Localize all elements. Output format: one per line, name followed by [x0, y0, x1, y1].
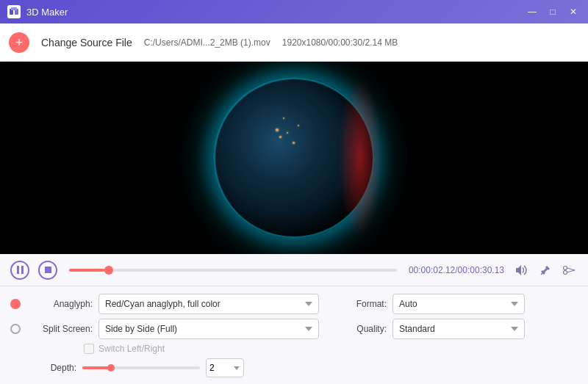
controls-bar: 00:00:02.12/00:00:30.13 [0, 254, 588, 286]
app-title: 3D Maker [26, 7, 68, 18]
pause-button[interactable] [10, 261, 29, 280]
svg-rect-5 [45, 267, 51, 273]
app-icon [7, 5, 21, 18]
svg-rect-3 [17, 266, 19, 274]
title-bar: 3D Maker — □ ✕ [0, 0, 588, 23]
svg-line-10 [567, 270, 576, 272]
format-col: Format: Auto MP4 AVI MOV [343, 294, 578, 314]
switch-checkbox[interactable] [84, 344, 94, 354]
quality-label: Quality: [343, 324, 387, 334]
volume-button[interactable] [513, 263, 529, 278]
scissors-button[interactable] [562, 263, 578, 278]
anaglyph-col: Anaglyph: Red/Cyan anaglyph, full color … [10, 294, 337, 314]
window-controls: — □ ✕ [525, 4, 581, 19]
pin-button[interactable] [538, 263, 553, 278]
anaglyph-radio[interactable] [10, 299, 21, 309]
quality-select[interactable]: Standard High Ultra [392, 319, 525, 339]
stop-button[interactable] [38, 261, 57, 280]
depth-track[interactable] [82, 366, 200, 369]
progress-fill [69, 269, 109, 272]
splitscreen-col: Split Screen: Side by Side (Full) Side b… [10, 319, 337, 339]
anaglyph-row: Anaglyph: Red/Cyan anaglyph, full color … [10, 294, 578, 314]
file-path: C:/Users/ADMI...2_2MB (1).mov [144, 37, 270, 48]
depth-select[interactable]: 2 1 3 4 5 [206, 358, 244, 377]
minimize-button[interactable]: — [525, 4, 539, 19]
splitscreen-select[interactable]: Side by Side (Full) Side by Side (Half) … [98, 319, 319, 339]
earth-red-glow [338, 77, 382, 239]
toolbar: + Change Source File C:/Users/ADMI...2_2… [0, 23, 588, 62]
anaglyph-label: Anaglyph: [26, 299, 93, 309]
splitscreen-label: Split Screen: [26, 324, 93, 334]
svg-line-9 [567, 268, 576, 270]
progress-thumb[interactable] [104, 266, 113, 275]
format-label: Format: [343, 299, 387, 309]
file-info: 1920x1080/00:00:30/2.14 MB [282, 37, 398, 48]
svg-rect-2 [11, 7, 17, 10]
title-bar-left: 3D Maker [7, 5, 68, 18]
settings-panel: Anaglyph: Red/Cyan anaglyph, full color … [0, 286, 588, 384]
depth-label: Depth: [10, 363, 76, 373]
svg-point-8 [564, 270, 567, 274]
switch-row: Switch Left/Right [10, 344, 578, 354]
maximize-button[interactable]: □ [545, 4, 560, 19]
change-source-label: Change Source File [41, 37, 132, 48]
quality-col: Quality: Standard High Ultra [343, 319, 578, 339]
close-button[interactable]: ✕ [566, 4, 581, 19]
svg-rect-4 [21, 266, 24, 274]
switch-label: Switch Left/Right [98, 344, 165, 354]
svg-point-7 [564, 266, 567, 269]
format-select[interactable]: Auto MP4 AVI MOV [392, 294, 525, 314]
splitscreen-row: Split Screen: Side by Side (Full) Side b… [10, 319, 578, 339]
video-preview [0, 62, 588, 254]
add-source-button[interactable]: + [9, 32, 29, 53]
earth-preview [213, 77, 375, 239]
depth-thumb[interactable] [107, 364, 115, 372]
anaglyph-select[interactable]: Red/Cyan anaglyph, full color Red/Cyan a… [98, 294, 319, 314]
depth-row: Depth: 2 1 3 4 5 [10, 358, 578, 377]
time-display: 00:00:02.12/00:00:30.13 [409, 265, 504, 275]
splitscreen-radio[interactable] [10, 324, 21, 334]
progress-track[interactable] [69, 269, 397, 272]
